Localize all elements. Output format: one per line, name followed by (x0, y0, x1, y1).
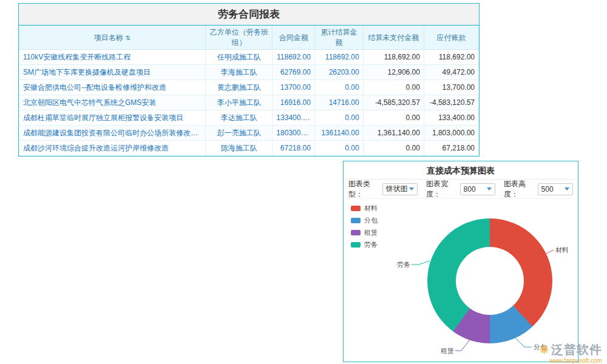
chart-type-control: 图表类型：饼状图 (348, 179, 418, 200)
table-row: 110kV安徽线程集变开断线路工程任明成施工队118692.00118692.0… (19, 50, 479, 65)
payable-amount-cell: 49,472.00 (424, 65, 478, 80)
column-header[interactable]: 合同金额 (273, 26, 315, 50)
settled-amount-cell: 26203.00 (314, 65, 363, 80)
column-header[interactable]: 应付账款 (424, 26, 478, 50)
unpaid-amount-cell: 1,361,140.00 (363, 126, 424, 141)
chart-width-select[interactable]: 800 (460, 183, 495, 195)
column-header-label: 结算未支付金额 (368, 33, 419, 42)
table-row: 成都沙河环境综合提升改造运河护岸维修改造陈海施工队67218.000.000.0… (19, 141, 479, 156)
legend-label: 劳务 (364, 240, 378, 249)
labor-contract-report-panel: 劳务合同报表 项目名称⇅乙方单位（劳务班组）合同金额累计结算金额结算未支付金额应… (18, 3, 480, 157)
contract-amount-cell: 1803000.00 (273, 126, 315, 141)
column-header-label: 应付账款 (436, 33, 466, 42)
fanpu-logo-icon: ❋ (540, 345, 549, 356)
column-header[interactable]: 结算未支付金额 (363, 26, 424, 50)
chart-width-label: 图表宽度： (426, 179, 458, 200)
payable-amount-cell: 118,692.00 (424, 50, 478, 65)
chart-width-value: 800 (464, 185, 476, 194)
settled-amount-cell: 0.00 (314, 141, 363, 156)
project-name-cell[interactable]: 成都沙河环境综合提升改造运河护岸维修改造 (19, 141, 206, 156)
chart-title: 直接成本预算图表 (344, 161, 578, 180)
project-name-cell[interactable]: SM广场地下车库更换摄像机及硬盘项目 (19, 65, 206, 80)
table-row: 北京朝阳区电气中芯特气系统之GMS安装李小平施工队16916.0014716.0… (19, 95, 479, 110)
settled-amount-cell: 0.00 (314, 80, 363, 95)
report-title: 劳务合同报表 (19, 4, 479, 25)
table-row: SM广场地下车库更换摄像机及硬盘项目李海施工队62769.0026203.001… (19, 65, 479, 80)
pie-label-rental: 租赁 (433, 346, 454, 356)
unpaid-amount-cell: 0.00 (363, 80, 424, 95)
legend-label: 租赁 (364, 228, 378, 237)
chart-height-control: 图表高度：500 (504, 179, 573, 200)
project-name-cell[interactable]: 北京朝阳区电气中芯特气系统之GMS安装 (19, 95, 206, 110)
unit-cell[interactable]: 任明成施工队 (205, 50, 272, 65)
chart-type-select[interactable]: 饼状图 (382, 183, 418, 195)
donut-hole (456, 247, 524, 315)
legend-label: 材料 (364, 204, 378, 213)
settled-amount-cell: 1361140.00 (314, 126, 363, 141)
unit-cell[interactable]: 李达施工队 (205, 110, 272, 126)
contract-amount-cell: 67218.00 (273, 141, 315, 156)
column-header-label: 合同金额 (279, 33, 308, 42)
contract-amount-cell: 118692.00 (273, 50, 315, 65)
header-row: 项目名称⇅乙方单位（劳务班组）合同金额累计结算金额结算未支付金额应付账款 (19, 26, 479, 50)
column-header-label: 项目名称 (94, 33, 123, 42)
chart-width-control: 图表宽度：800 (426, 179, 495, 200)
payable-amount-cell: -4,583,120.57 (424, 95, 478, 110)
unpaid-amount-cell: 118,692.00 (363, 50, 424, 65)
column-header[interactable]: 乙方单位（劳务班组） (205, 26, 272, 50)
contract-amount-cell: 62769.00 (273, 65, 315, 80)
table-row: 成都杜甫草堂临时展厅独立展柜报警设备安装项目李达施工队133400.000.00… (19, 110, 479, 126)
chevron-down-icon[interactable] (487, 187, 492, 190)
table-row: 安徽合肥供电公司--配电设备检修维护和改造黄志鹏施工队13700.000.000… (19, 80, 479, 95)
project-name-cell[interactable]: 安徽合肥供电公司--配电设备检修维护和改造 (19, 80, 206, 95)
chart-type-label: 图表类型： (348, 179, 380, 200)
chart-height-value: 500 (541, 185, 554, 194)
chart-height-select[interactable]: 500 (538, 183, 573, 195)
report-table: 项目名称⇅乙方单位（劳务班组）合同金额累计结算金额结算未支付金额应付账款 110… (19, 25, 479, 156)
legend-label: 分包 (364, 216, 378, 225)
settled-amount-cell: 0.00 (314, 110, 363, 126)
contract-amount-cell: 16916.00 (273, 95, 315, 110)
chart-type-value: 饼状图 (386, 184, 408, 194)
table-row: 成都能源建设集团投资有限公司临时办公场所装修改造工程EPC彭一亮施工队18030… (19, 126, 479, 141)
legend-item-1[interactable]: 分包 (351, 216, 378, 225)
legend-swatch (351, 206, 361, 211)
pie-label-labor: 劳务 (391, 260, 410, 269)
contract-amount-cell: 133400.00 (273, 110, 315, 126)
chevron-down-icon[interactable] (565, 187, 569, 190)
sort-icon[interactable]: ⇅ (126, 35, 131, 41)
chart-area: 材料分包租赁劳务 材料 分包 租赁 劳务 (344, 199, 578, 362)
legend-swatch (351, 242, 361, 248)
project-name-cell[interactable]: 成都能源建设集团投资有限公司临时办公场所装修改造工程EPC (19, 126, 206, 141)
legend-item-2[interactable]: 租赁 (351, 228, 378, 237)
unpaid-amount-cell: -4,585,320.57 (363, 95, 424, 110)
project-name-cell[interactable]: 110kV安徽线程集变开断线路工程 (19, 50, 206, 65)
unit-cell[interactable]: 李海施工队 (205, 65, 272, 80)
chart-height-label: 图表高度： (504, 179, 535, 200)
chart-legend: 材料分包租赁劳务 (351, 204, 378, 249)
legend-item-3[interactable]: 劳务 (351, 240, 378, 249)
unpaid-amount-cell: 0.00 (363, 141, 424, 156)
column-header[interactable]: 项目名称⇅ (19, 26, 206, 50)
unit-cell[interactable]: 彭一亮施工队 (205, 126, 272, 141)
chevron-down-icon[interactable] (409, 187, 414, 190)
column-header[interactable]: 累计结算金额 (314, 26, 363, 50)
unpaid-amount-cell: 12,906.00 (363, 65, 424, 80)
contract-amount-cell: 13700.00 (273, 80, 315, 95)
payable-amount-cell: 133,400.00 (424, 110, 478, 126)
report-table-body: 110kV安徽线程集变开断线路工程任明成施工队118692.00118692.0… (19, 50, 479, 156)
pie-label-material: 材料 (555, 246, 569, 255)
legend-swatch (351, 230, 361, 235)
watermark: ❋ 泛普软件 www.fanpusoft.com (540, 342, 602, 364)
unit-cell[interactable]: 陈海施工队 (205, 141, 272, 156)
project-name-cell[interactable]: 成都杜甫草堂临时展厅独立展柜报警设备安装项目 (19, 110, 206, 126)
cost-budget-chart-panel: 直接成本预算图表 图表类型：饼状图图表宽度：800图表高度：500 材料分包租赁… (343, 161, 578, 362)
unit-cell[interactable]: 黄志鹏施工队 (205, 80, 272, 95)
payable-amount-cell: 1,803,000.00 (424, 126, 478, 141)
payable-amount-cell: 13,700.00 (424, 80, 478, 95)
chart-controls: 图表类型：饼状图图表宽度：800图表高度：500 (344, 180, 578, 199)
legend-item-0[interactable]: 材料 (351, 204, 378, 213)
watermark-brand: 泛普软件 (551, 342, 602, 358)
unit-cell[interactable]: 李小平施工队 (205, 95, 272, 110)
column-header-label: 累计结算金额 (320, 28, 357, 47)
